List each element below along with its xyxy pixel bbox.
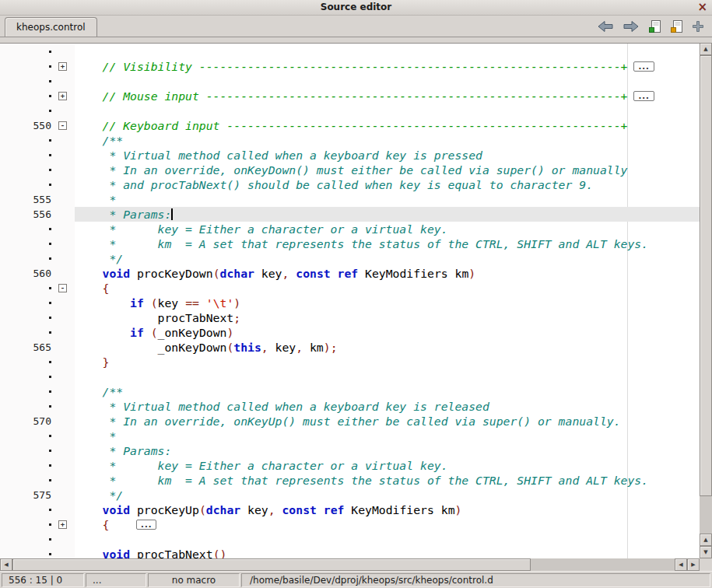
code-text[interactable]: * Params: — [75, 443, 700, 458]
code-text[interactable]: void procKeyDown(dchar key, const ref Ke… — [75, 266, 700, 281]
code-text[interactable]: * key = Either a character or a virtual … — [75, 458, 700, 473]
editor-viewport[interactable]: + // Visibility ------------------------… — [0, 43, 700, 558]
code-text[interactable]: void procKeyUp(dchar key, const ref KeyM… — [75, 502, 700, 517]
horizontal-scrollbar[interactable]: ◀ ◀ ▶ — [0, 558, 712, 571]
scroll-up-icon[interactable]: ▲ — [700, 43, 712, 55]
fold-column: + — [53, 89, 73, 103]
code-segment: ( — [199, 503, 206, 516]
vertical-scrollbar[interactable]: ▲ ▲ ▼ — [700, 43, 712, 558]
fold-column: - — [53, 118, 73, 133]
code-segment: * key = Either a character or a virtual … — [75, 222, 448, 236]
line-dot-icon — [49, 302, 51, 304]
fold-expand-icon[interactable]: + — [58, 520, 67, 529]
gutter-cell — [0, 355, 75, 369]
code-line: - { — [0, 281, 700, 296]
gutter-cell: 570 — [0, 414, 75, 429]
scroll-down-icon[interactable]: ▼ — [700, 546, 712, 558]
fold-column — [53, 163, 73, 177]
collapsed-code-ellipsis[interactable]: ... — [633, 61, 654, 72]
code-text[interactable]: /** — [75, 133, 700, 148]
fold-column — [53, 502, 73, 517]
code-line: 575 */ — [0, 488, 700, 502]
fold-column — [53, 133, 73, 148]
scroll-right-icon[interactable]: ▶ — [687, 558, 700, 571]
code-text[interactable] — [75, 532, 700, 547]
collapsed-code-ellipsis[interactable]: ... — [633, 91, 654, 101]
code-text[interactable]: * In an override, onKeyUp() must either … — [75, 414, 700, 429]
line-number — [0, 236, 53, 251]
tab-kheops-control[interactable]: kheops.control — [5, 17, 97, 37]
code-segment: { — [103, 282, 110, 295]
code-line: procTabNext; — [0, 310, 700, 325]
code-text[interactable]: * — [75, 429, 700, 443]
gutter-cell: + — [0, 89, 75, 103]
fold-collapse-icon[interactable]: - — [58, 121, 67, 130]
code-segment: ) — [233, 296, 240, 310]
code-text[interactable]: procTabNext; — [75, 310, 700, 325]
fold-expand-icon[interactable]: + — [58, 62, 67, 71]
code-text[interactable]: * Virtual method called when a keyboard … — [75, 148, 700, 163]
code-text[interactable]: */ — [75, 251, 700, 266]
line-dot-icon — [49, 523, 51, 526]
close-icon[interactable]: × — [697, 0, 707, 15]
scroll-up-icon[interactable]: ▲ — [700, 534, 712, 546]
code-segment — [199, 296, 206, 310]
fold-collapse-icon[interactable]: - — [58, 284, 67, 292]
code-text[interactable]: */ — [75, 488, 700, 502]
code-line: /** — [0, 384, 700, 399]
code-text[interactable]: { ... — [75, 517, 700, 532]
gutter-cell — [0, 429, 75, 443]
nav-back-icon[interactable] — [597, 20, 614, 33]
code-text[interactable]: * In an override, onKeyDown() must eithe… — [75, 163, 700, 177]
code-segment: == — [185, 296, 199, 310]
document-green-icon[interactable] — [648, 19, 661, 33]
tab-bar: kheops.control — [0, 16, 712, 37]
code-text[interactable] — [75, 103, 700, 118]
line-number: 570 — [0, 414, 53, 429]
code-text[interactable]: * key = Either a character or a virtual … — [75, 222, 700, 236]
code-text[interactable]: // Mouse input -------------------------… — [75, 89, 700, 103]
gutter-cell — [0, 177, 75, 192]
code-segment: * — [75, 193, 116, 206]
code-segment — [109, 518, 130, 531]
code-text[interactable]: } — [75, 355, 700, 369]
code-text[interactable]: _onKeyDown(this, key, km); — [75, 340, 700, 355]
nav-forward-icon[interactable] — [623, 20, 640, 33]
fold-column — [53, 103, 73, 118]
code-text[interactable]: * km = A set that represents the status … — [75, 236, 700, 251]
code-segment: */ — [75, 252, 123, 265]
fold-expand-icon[interactable]: + — [58, 92, 67, 100]
horizontal-scroll-thumb[interactable] — [12, 558, 531, 571]
scroll-left-icon[interactable]: ◀ — [0, 558, 12, 571]
code-segment: KeyModifiers km — [358, 267, 468, 280]
code-text[interactable] — [75, 74, 700, 89]
code-segment: void — [103, 503, 131, 516]
code-text[interactable]: * km = A set that represents the status … — [75, 473, 700, 488]
code-text[interactable]: * and procTabNext() should be called whe… — [75, 177, 700, 192]
document-orange-icon[interactable] — [670, 19, 683, 33]
code-text[interactable]: if (key == '\t') — [75, 296, 700, 310]
code-text[interactable]: { — [75, 281, 700, 296]
code-segment — [75, 326, 130, 339]
collapsed-code-ellipsis[interactable]: ... — [136, 520, 156, 530]
code-segment: , — [268, 503, 275, 516]
code-text[interactable] — [75, 44, 700, 59]
line-dot-icon — [49, 154, 51, 156]
code-line: if (key == '\t') — [0, 296, 700, 310]
code-text[interactable] — [75, 369, 700, 384]
code-text[interactable]: * — [75, 192, 700, 207]
fold-column — [53, 177, 73, 192]
line-dot-icon — [49, 464, 51, 467]
code-text[interactable]: * Params: — [75, 207, 700, 222]
code-text[interactable]: if (_onKeyDown) — [75, 325, 700, 340]
splitter-icon[interactable] — [692, 20, 704, 33]
code-text[interactable]: /** — [75, 384, 700, 399]
code-text[interactable]: * Virtual method called when a keyboard … — [75, 399, 700, 414]
code-text[interactable]: // Visibility --------------------------… — [75, 59, 700, 74]
line-dot-icon — [49, 95, 51, 97]
code-text[interactable]: // Keyboard input ----------------------… — [75, 118, 700, 133]
code-text[interactable]: void procTabNext() — [75, 547, 700, 558]
scroll-left-icon[interactable]: ◀ — [675, 558, 687, 571]
vertical-scroll-thumb[interactable] — [700, 55, 712, 496]
code-segment: dchar — [220, 267, 254, 280]
